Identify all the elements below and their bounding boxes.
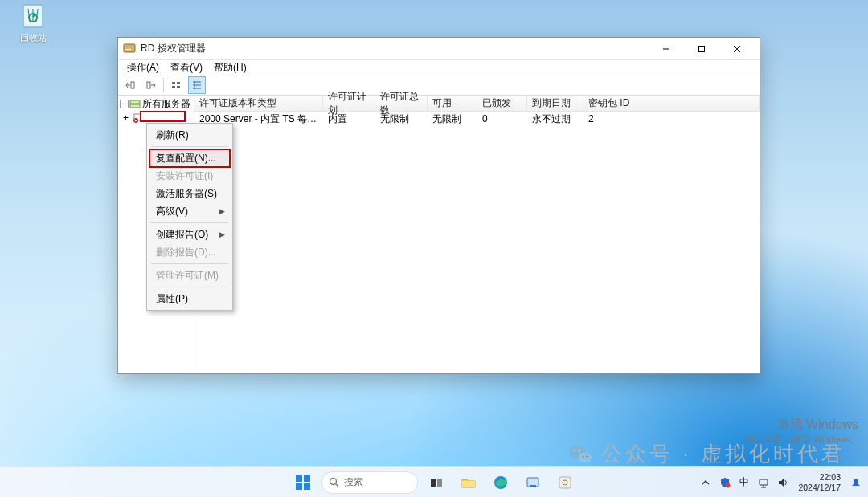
svg-rect-6 <box>699 46 705 51</box>
tree-server-node[interactable]: + 刷新(R) 复查配置(N)... 安装许可证(I) 激活服务器(S) 高级(… <box>118 111 194 124</box>
ctx-delete-report[interactable]: 删除报告(D)... <box>149 243 230 261</box>
list-pane: 许可证版本和类型 许可证计划 许可证总数 可用 已颁发 到期日期 密钥包 ID … <box>194 96 760 373</box>
ctx-properties[interactable]: 属性(P) <box>149 290 230 308</box>
ctx-separator <box>151 263 228 264</box>
menu-help[interactable]: 帮助(H) <box>208 60 252 75</box>
svg-line-36 <box>336 484 339 487</box>
toolbar-btn-4[interactable] <box>188 76 206 94</box>
ctx-advanced-label: 高级(V) <box>156 205 188 218</box>
cell-plan: 内置 <box>323 112 375 126</box>
svg-rect-10 <box>147 82 150 88</box>
tray-network-icon[interactable] <box>756 475 771 490</box>
close-button[interactable] <box>719 38 755 59</box>
svg-rect-4 <box>125 49 131 50</box>
ctx-manage-licenses[interactable]: 管理许可证(M) <box>149 267 230 284</box>
tray-security-icon[interactable] <box>718 475 732 490</box>
svg-point-45 <box>726 483 731 487</box>
system-tray: 中 22:03 2024/12/17 <box>698 467 863 497</box>
rd-licensing-manager-window: RD 授权管理器 操作(A) 查看(V) 帮助(H) − 所有服务器 <box>117 37 760 374</box>
list-header: 许可证版本和类型 许可证计划 许可证总数 可用 已颁发 到期日期 密钥包 ID <box>194 96 760 112</box>
task-view-button[interactable] <box>423 470 450 495</box>
svg-rect-37 <box>431 479 436 487</box>
ctx-advanced[interactable]: 高级(V)▶ <box>149 202 230 220</box>
cell-available: 无限制 <box>428 112 477 126</box>
toolbar-btn-2[interactable] <box>142 76 160 94</box>
svg-rect-19 <box>130 100 140 104</box>
ctx-separator <box>151 287 228 287</box>
recycle-bin[interactable]: 回收站 <box>8 2 58 44</box>
submenu-arrow-icon: ▶ <box>219 207 225 215</box>
toolbar <box>118 75 760 96</box>
tray-clock[interactable]: 22:03 2024/12/17 <box>795 472 844 491</box>
svg-rect-14 <box>177 86 180 88</box>
ctx-refresh[interactable]: 刷新(R) <box>149 126 230 144</box>
svg-rect-34 <box>304 483 310 490</box>
tree-selection-highlight <box>140 111 186 122</box>
minimize-button[interactable] <box>649 38 684 59</box>
menubar: 操作(A) 查看(V) 帮助(H) <box>118 60 760 75</box>
context-menu: 刷新(R) 复查配置(N)... 安装许可证(I) 激活服务器(S) 高级(V)… <box>146 123 233 311</box>
taskbar-app-2[interactable] <box>551 470 579 495</box>
col-version-type[interactable]: 许可证版本和类型 <box>194 96 323 112</box>
search-icon <box>329 477 339 487</box>
activation-watermark: 激活 Windows 转到"设置"以激活 Windows。 <box>743 417 859 446</box>
col-expiry[interactable]: 到期日期 <box>527 96 583 112</box>
toolbar-btn-3[interactable] <box>167 76 185 94</box>
menu-action[interactable]: 操作(A) <box>121 60 165 75</box>
col-plan[interactable]: 许可证计划 <box>323 96 375 112</box>
taskbar: 搜索 中 22:03 2024/12/17 <box>0 466 868 497</box>
ctx-create-report[interactable]: 创建报告(O)▶ <box>149 226 230 243</box>
cell-total: 无限制 <box>375 112 428 126</box>
col-available[interactable]: 可用 <box>428 96 477 112</box>
menu-view[interactable]: 查看(V) <box>165 60 208 75</box>
tree-expander-icon[interactable]: − <box>120 100 129 108</box>
tray-notifications-icon[interactable] <box>849 475 863 490</box>
tree-root-label: 所有服务器 <box>142 97 190 111</box>
ctx-create-report-label: 创建报告(O) <box>156 228 208 242</box>
svg-rect-39 <box>462 481 475 487</box>
svg-rect-9 <box>131 82 134 88</box>
taskbar-search[interactable]: 搜索 <box>321 471 418 494</box>
tray-volume-icon[interactable] <box>776 475 790 490</box>
toolbar-btn-1[interactable] <box>121 76 139 94</box>
submenu-arrow-icon: ▶ <box>219 230 225 238</box>
maximize-button[interactable] <box>684 38 719 59</box>
servers-icon <box>129 98 141 109</box>
tray-date: 2024/12/17 <box>798 483 841 492</box>
start-button[interactable] <box>289 470 317 495</box>
activation-line1: 激活 Windows <box>743 417 859 434</box>
col-issued[interactable]: 已颁发 <box>477 96 527 112</box>
tray-ime[interactable]: 中 <box>737 475 751 490</box>
ctx-activate-server[interactable]: 激活服务器(S) <box>149 185 230 202</box>
tree-expander-icon[interactable]: + <box>123 112 129 124</box>
tree-root[interactable]: − 所有服务器 <box>118 97 194 110</box>
cell-expiry: 永不过期 <box>527 112 583 126</box>
list-row[interactable]: 2000 Server - 内置 TS 每设... 内置 无限制 无限制 0 永… <box>194 112 760 126</box>
svg-rect-20 <box>130 104 140 108</box>
taskbar-app-1[interactable] <box>519 470 547 495</box>
svg-rect-46 <box>760 479 768 485</box>
tray-time: 22:03 <box>798 472 841 482</box>
taskbar-explorer[interactable] <box>455 470 482 495</box>
titlebar[interactable]: RD 授权管理器 <box>118 38 760 60</box>
tray-chevron-up-icon[interactable] <box>698 475 713 490</box>
svg-rect-33 <box>296 483 302 490</box>
window-controls <box>649 38 755 59</box>
tree-pane: − 所有服务器 + 刷新(R) 复查配置(N)... 安装许可证(I) <box>118 96 194 373</box>
ctx-review-config[interactable]: 复查配置(N)... <box>149 149 230 167</box>
svg-rect-3 <box>125 47 133 47</box>
window-title: RD 授权管理器 <box>141 42 649 55</box>
col-keypack-id[interactable]: 密钥包 ID <box>583 96 760 112</box>
recycle-bin-label: 回收站 <box>20 32 47 44</box>
svg-rect-11 <box>172 82 175 84</box>
svg-rect-12 <box>177 82 180 84</box>
col-total[interactable]: 许可证总数 <box>375 96 428 112</box>
taskbar-edge[interactable] <box>487 470 514 495</box>
cell-issued: 0 <box>477 113 527 124</box>
cell-keypack-id: 2 <box>583 113 760 124</box>
ctx-install-licenses[interactable]: 安装许可证(I) <box>149 167 230 185</box>
app-icon <box>123 43 136 55</box>
taskbar-center: 搜索 <box>289 467 579 497</box>
svg-rect-2 <box>124 44 135 52</box>
ctx-separator <box>151 146 228 147</box>
